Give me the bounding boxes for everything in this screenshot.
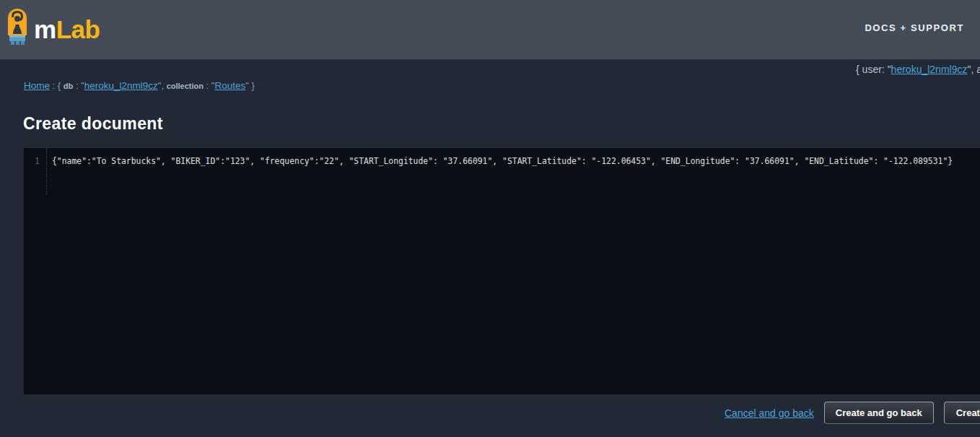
document-editor[interactable]: 1 {"name":"To Starbucks", "BIKER_ID":"12… — [24, 148, 980, 394]
breadcrumb-separator: : { — [50, 80, 64, 91]
page: mLab DOCS + SUPPORT { user: "heroku_l2nm… — [0, 0, 980, 437]
mlab-lightbulb-icon — [6, 7, 29, 52]
breadcrumb-separator: ", — [158, 80, 167, 91]
breadcrumb-home-link[interactable]: Home — [24, 80, 50, 91]
mlab-logo[interactable]: mLab — [6, 7, 100, 52]
breadcrumb-db-key: db — [64, 82, 73, 90]
create-and-add-another-button[interactable]: Create and — [944, 402, 980, 424]
breadcrumb-separator: : " — [73, 80, 84, 91]
cancel-and-go-back-link[interactable]: Cancel and go back — [725, 407, 814, 419]
breadcrumb: Home : { db : "heroku_l2nml9cz", collect… — [24, 80, 255, 91]
footer-actions: Cancel and go back Create and go back Cr… — [725, 402, 980, 424]
page-title: Create document — [23, 114, 163, 134]
mlab-wordmark: mLab — [34, 9, 100, 50]
editor-code-line[interactable]: {"name":"To Starbucks", "BIKER_ID":"123"… — [52, 156, 953, 166]
create-and-go-back-button[interactable]: Create and go back — [824, 402, 934, 424]
breadcrumb-db-link[interactable]: heroku_l2nml9cz — [84, 80, 158, 91]
breadcrumb-separator: " } — [245, 80, 255, 91]
user-context-prefix: { user: " — [856, 64, 891, 75]
docs-support-link[interactable]: DOCS + SUPPORT — [865, 22, 964, 33]
user-link[interactable]: heroku_l2nml9cz — [891, 64, 968, 75]
user-context-line: { user: "heroku_l2nml9cz", a — [856, 64, 980, 75]
breadcrumb-separator: : " — [204, 80, 214, 91]
editor-line-number: 1 — [24, 156, 46, 166]
user-context-suffix: ", a — [967, 64, 980, 75]
breadcrumb-collection-key: collection — [167, 82, 204, 90]
breadcrumb-collection-link[interactable]: Routes — [214, 80, 245, 91]
top-navbar: mLab DOCS + SUPPORT — [0, 0, 980, 59]
editor-gutter: 1 — [24, 148, 47, 194]
